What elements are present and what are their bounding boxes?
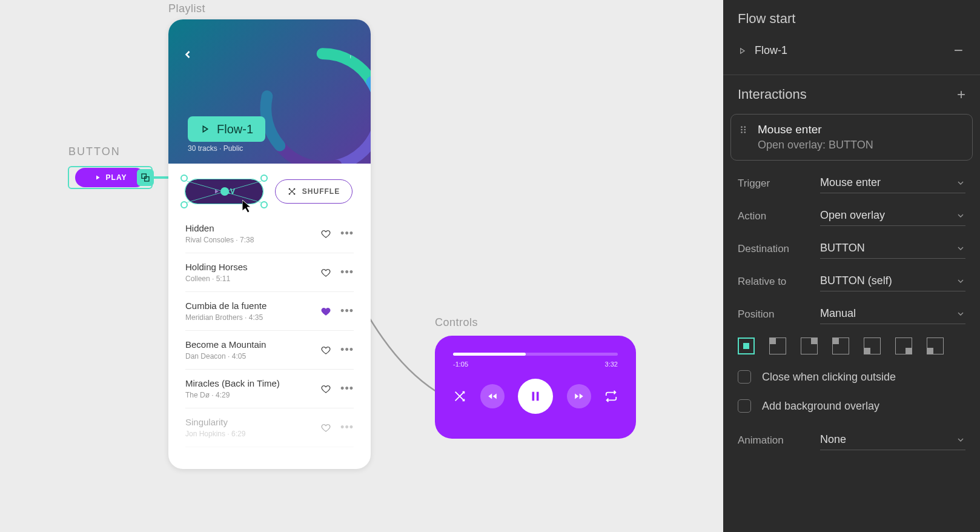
- next-button[interactable]: [567, 384, 591, 408]
- more-icon[interactable]: •••: [340, 227, 354, 240]
- svg-point-10: [744, 129, 746, 131]
- remove-flow-button[interactable]: −: [954, 41, 963, 60]
- heart-icon[interactable]: [321, 229, 331, 239]
- frame-label-button: BUTTON: [68, 145, 121, 158]
- chevron-down-icon: [956, 211, 965, 221]
- flow-start-title: Flow start: [738, 11, 965, 27]
- action-select[interactable]: Open overlay: [820, 207, 965, 226]
- track-row[interactable]: Become a MountainDan Deacon · 4:05•••: [185, 331, 354, 370]
- more-icon[interactable]: •••: [340, 266, 354, 279]
- progress-bar[interactable]: [453, 353, 618, 356]
- back-button[interactable]: [182, 48, 194, 63]
- heart-icon[interactable]: [321, 345, 331, 355]
- heart-icon[interactable]: [321, 423, 331, 433]
- play-pill: PLAY: [75, 168, 145, 187]
- prop-label-position: Position: [738, 308, 820, 321]
- flow-chip[interactable]: Flow-1: [188, 116, 265, 142]
- close-outside-label: Close when clicking outside: [762, 371, 896, 384]
- position-select[interactable]: Manual: [820, 305, 965, 324]
- repeat-icon[interactable]: [604, 390, 618, 403]
- resize-handle-br[interactable]: [260, 201, 268, 208]
- track-row[interactable]: HiddenRival Consoles · 7:38•••: [185, 214, 354, 253]
- svg-rect-6: [537, 392, 539, 401]
- svg-point-2: [350, 55, 351, 56]
- selection-anchor-dot[interactable]: [220, 187, 229, 196]
- resize-handle-tl[interactable]: [180, 175, 188, 182]
- pause-button[interactable]: [518, 379, 553, 414]
- prop-label-destination: Destination: [738, 243, 820, 255]
- svg-point-4: [350, 58, 351, 58]
- track-title: Holding Horses: [185, 262, 321, 272]
- more-icon[interactable]: •••: [340, 421, 354, 434]
- playlist-hero: ape 30 tracks · Public Flow-1: [168, 19, 371, 164]
- prev-button[interactable]: [480, 384, 505, 408]
- track-row[interactable]: SingularityJon Hopkins · 6:29•••: [185, 408, 354, 447]
- add-interaction-button[interactable]: +: [957, 86, 965, 103]
- svg-point-8: [744, 126, 746, 128]
- anchor-tl2[interactable]: [832, 337, 849, 354]
- heart-icon[interactable]: [321, 384, 331, 394]
- more-icon[interactable]: •••: [340, 344, 354, 356]
- prop-label-action: Action: [738, 210, 820, 222]
- more-hero-button[interactable]: [350, 51, 354, 65]
- play-label: PLAY: [106, 173, 127, 182]
- controls-frame[interactable]: -1:05 3:32: [435, 336, 636, 439]
- play-icon: [94, 174, 101, 181]
- time-remaining: 3:32: [605, 361, 618, 368]
- svg-rect-1: [145, 177, 149, 181]
- play-icon: [200, 124, 210, 134]
- heart-icon[interactable]: [321, 307, 331, 316]
- shuffle-icon[interactable]: [453, 390, 466, 403]
- selected-play-button[interactable]: AV: [185, 179, 263, 204]
- drag-handle-icon[interactable]: [740, 123, 749, 133]
- flow-chip-label: Flow-1: [217, 122, 253, 136]
- relative-select[interactable]: BUTTON (self): [820, 272, 965, 291]
- resize-handle-tr[interactable]: [260, 175, 268, 182]
- overlay-button-frame[interactable]: PLAY: [68, 166, 153, 189]
- prop-label-animation: Animation: [738, 434, 820, 447]
- shuffle-label: SHUFFLE: [302, 187, 340, 196]
- bg-overlay-checkbox[interactable]: [738, 399, 751, 413]
- position-anchor-grid: [738, 337, 965, 354]
- chevron-down-icon: [956, 244, 965, 253]
- prop-label-trigger: Trigger: [738, 178, 820, 190]
- svg-point-3: [350, 56, 351, 57]
- svg-point-12: [744, 131, 746, 133]
- track-meta: Jon Hopkins · 6:29: [185, 430, 321, 438]
- close-outside-checkbox[interactable]: [738, 370, 751, 384]
- interaction-subtitle: Open overlay: BUTTON: [758, 139, 873, 151]
- svg-point-9: [741, 129, 743, 131]
- more-icon[interactable]: •••: [340, 382, 354, 395]
- anchor-bl2[interactable]: [927, 337, 944, 354]
- destination-select[interactable]: BUTTON: [820, 239, 965, 259]
- track-title: Become a Mountain: [185, 339, 321, 350]
- right-panel: Flow start Flow-1 − Interactions + Mouse…: [723, 0, 980, 532]
- track-row[interactable]: Holding HorsesColleen · 5:11•••: [185, 253, 354, 292]
- track-row[interactable]: Miracles (Back in Time)The Dø · 4:29•••: [185, 370, 354, 408]
- track-row[interactable]: Cumbia de la fuenteMeridian Brothers · 4…: [185, 292, 354, 331]
- svg-point-11: [741, 131, 743, 133]
- svg-rect-0: [142, 174, 146, 178]
- flow-name[interactable]: Flow-1: [755, 44, 945, 57]
- anchor-center[interactable]: [738, 337, 755, 354]
- anchor-br[interactable]: [895, 337, 912, 354]
- trigger-select[interactable]: Mouse enter: [820, 174, 965, 193]
- chevron-down-icon: [956, 178, 965, 188]
- animation-select[interactable]: None: [820, 431, 965, 450]
- track-meta: Meridian Brothers · 4:35: [185, 313, 321, 322]
- track-title: Cumbia de la fuente: [185, 301, 321, 311]
- swap-badge[interactable]: [137, 169, 154, 186]
- resize-handle-bl[interactable]: [180, 201, 188, 208]
- playlist-frame[interactable]: ape 30 tracks · Public Flow-1 AV SHUFFLE…: [168, 19, 371, 469]
- svg-point-7: [741, 126, 743, 128]
- anchor-tr[interactable]: [801, 337, 818, 354]
- heart-icon[interactable]: [321, 268, 331, 278]
- chevron-down-icon: [956, 435, 965, 445]
- interaction-item[interactable]: Mouse enter Open overlay: BUTTON: [730, 114, 973, 161]
- more-icon[interactable]: •••: [340, 305, 354, 318]
- anchor-bl[interactable]: [864, 337, 881, 354]
- track-meta: Colleen · 5:11: [185, 274, 321, 283]
- play-icon: [738, 47, 746, 55]
- shuffle-button[interactable]: SHUFFLE: [275, 179, 353, 204]
- anchor-tl[interactable]: [769, 337, 786, 354]
